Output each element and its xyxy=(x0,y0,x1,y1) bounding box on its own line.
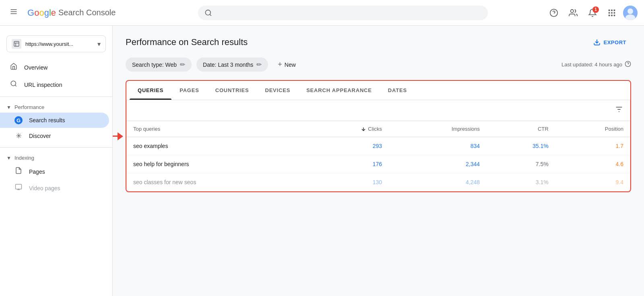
svg-point-23 xyxy=(11,81,16,86)
nav-divider-1 xyxy=(0,97,112,97)
table-body: seo examples 293 834 35.1% 1.7 seo help … xyxy=(127,137,630,191)
export-button[interactable]: EXPORT xyxy=(588,35,631,49)
sidebar-item-search-results[interactable]: G Search results xyxy=(0,113,109,128)
new-filter-label: New xyxy=(285,62,296,68)
search-input[interactable] xyxy=(217,9,481,16)
indexing-arrow: ▼ xyxy=(6,155,11,161)
sidebar-item-overview[interactable]: Overview xyxy=(0,59,109,76)
logo-suffix: Search Console xyxy=(58,8,116,17)
date-range-filter[interactable]: Date: Last 3 months ✏ xyxy=(196,58,268,72)
property-url: https://www.yoursit... xyxy=(25,41,93,47)
search-nav-icon xyxy=(10,80,18,89)
col-header-position[interactable]: Position xyxy=(555,121,630,137)
col-header-ctr[interactable]: CTR xyxy=(486,121,555,137)
tab-devices[interactable]: DEVICES xyxy=(257,81,298,100)
plus-icon: + xyxy=(278,60,282,69)
svg-rect-16 xyxy=(614,14,615,16)
col-header-clicks[interactable]: Clicks xyxy=(307,121,388,137)
svg-rect-15 xyxy=(611,14,613,16)
arrow-annotation xyxy=(113,132,123,140)
impressions-cell-1: 2,344 xyxy=(388,155,486,173)
help-icon[interactable] xyxy=(546,5,562,21)
queries-table: Top queries Clicks xyxy=(127,121,630,191)
menu-icon[interactable] xyxy=(6,4,21,21)
query-cell-0: seo examples xyxy=(127,137,307,155)
ctr-cell-0: 35.1% xyxy=(486,137,555,155)
tab-countries[interactable]: COUNTRIES xyxy=(207,81,257,100)
last-updated: Last updated: 4 hours ago xyxy=(561,61,631,68)
last-updated-help-icon xyxy=(625,61,631,68)
sidebar-item-url-inspection-label: URL inspection xyxy=(24,82,62,88)
pages-icon xyxy=(14,167,23,176)
sidebar-item-discover[interactable]: ✳ Discover xyxy=(0,128,109,144)
property-selector[interactable]: https://www.yoursit... ▾ xyxy=(6,35,106,52)
property-favicon xyxy=(12,39,21,49)
tab-pages[interactable]: PAGES xyxy=(171,81,207,100)
tabs-container: QUERIES PAGES COUNTRIES DEVICES SEARCH A… xyxy=(126,80,631,192)
svg-rect-13 xyxy=(614,12,615,14)
table-row: seo classes for new seos 130 4,248 3.1% … xyxy=(127,173,630,191)
main-layout: https://www.yoursit... ▾ Overview URL in… xyxy=(0,26,644,296)
clicks-cell-0: 293 xyxy=(307,137,388,155)
logo: Google Search Console xyxy=(27,8,116,18)
col-header-queries: Top queries xyxy=(127,121,307,137)
sort-desc-icon xyxy=(361,126,366,132)
account-icon[interactable] xyxy=(565,5,581,21)
new-filter-button[interactable]: + New xyxy=(273,57,301,72)
search-type-filter[interactable]: Search type: Web ✏ xyxy=(126,58,192,72)
indexing-section-header[interactable]: ▼ Indexing xyxy=(0,151,112,163)
svg-rect-8 xyxy=(609,9,610,11)
svg-rect-20 xyxy=(14,41,19,46)
query-cell-1: seo help for beginners xyxy=(127,155,307,173)
nav-divider-2 xyxy=(0,147,112,148)
logo-google: Google xyxy=(27,8,56,18)
table-container: Top queries Clicks xyxy=(126,100,630,191)
position-cell-1: 4.6 xyxy=(555,155,630,173)
performance-section-header[interactable]: ▼ Performance xyxy=(0,100,112,113)
chevron-down-icon: ▾ xyxy=(97,40,101,48)
svg-rect-14 xyxy=(609,14,610,16)
sidebar: https://www.yoursit... ▾ Overview URL in… xyxy=(0,26,113,296)
filter-bar: Search type: Web ✏ Date: Last 3 months ✏… xyxy=(126,57,631,72)
sidebar-item-search-results-label: Search results xyxy=(29,117,65,123)
sidebar-item-discover-label: Discover xyxy=(29,133,51,139)
notification-icon[interactable]: 1 xyxy=(584,5,601,21)
main-content: Performance on Search results EXPORT Sea… xyxy=(113,26,644,296)
search-icon xyxy=(204,9,212,17)
tab-dates[interactable]: DATES xyxy=(380,81,415,100)
header-left: Google Search Console xyxy=(6,4,192,21)
tab-queries[interactable]: QUERIES xyxy=(130,81,171,100)
col-header-impressions[interactable]: Impressions xyxy=(388,121,486,137)
svg-rect-25 xyxy=(16,184,22,189)
svg-point-3 xyxy=(205,10,211,15)
last-updated-text: Last updated: 4 hours ago xyxy=(561,62,622,68)
filter-rows-icon[interactable] xyxy=(615,105,623,116)
tab-search-appearance[interactable]: SEARCH APPEARANCE xyxy=(298,81,380,100)
search-bar-container xyxy=(198,6,488,20)
sidebar-item-video-pages[interactable]: Video pages xyxy=(0,180,109,196)
export-label: EXPORT xyxy=(604,39,626,45)
table-header: Top queries Clicks xyxy=(127,121,630,137)
performance-arrow: ▼ xyxy=(6,105,11,110)
svg-point-7 xyxy=(571,9,574,12)
sidebar-item-url-inspection[interactable]: URL inspection xyxy=(0,76,109,93)
tabs-section: QUERIES PAGES COUNTRIES DEVICES SEARCH A… xyxy=(126,80,631,192)
search-type-label: Search type: Web xyxy=(132,62,177,68)
svg-line-4 xyxy=(210,14,211,15)
search-type-edit-icon: ✏ xyxy=(180,61,185,68)
svg-line-24 xyxy=(15,85,16,86)
clicks-cell-2: 130 xyxy=(307,173,388,191)
table-row: seo examples 293 834 35.1% 1.7 xyxy=(127,137,630,155)
ctr-cell-2: 3.1% xyxy=(486,173,555,191)
search-bar[interactable] xyxy=(198,6,488,20)
notification-badge: 1 xyxy=(592,6,599,13)
avatar[interactable] xyxy=(623,6,638,20)
table-row: seo help for beginners 176 2,344 7.5% 4.… xyxy=(127,155,630,173)
discover-icon: ✳ xyxy=(14,132,23,140)
apps-icon[interactable] xyxy=(604,5,620,21)
sidebar-item-pages[interactable]: Pages xyxy=(0,163,109,180)
sidebar-item-video-pages-label: Video pages xyxy=(29,185,60,191)
query-cell-2: seo classes for new seos xyxy=(127,173,307,191)
clicks-cell-1: 176 xyxy=(307,155,388,173)
home-icon xyxy=(10,63,18,72)
